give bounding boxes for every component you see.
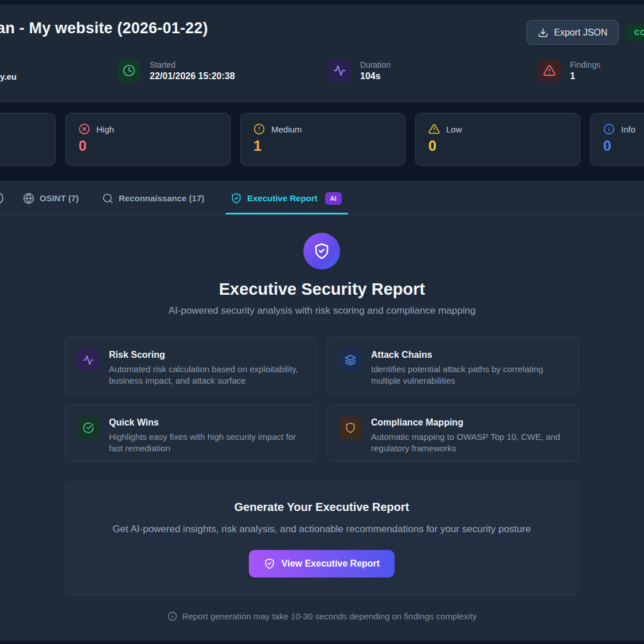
- stat-label: Duration: [360, 60, 391, 69]
- search-icon: [102, 193, 114, 204]
- layers-icon: [339, 349, 362, 372]
- feature-card-risk-scoring: Risk Scoring Automated risk calculation …: [65, 337, 317, 394]
- feature-description: Highlights easy fixes with high security…: [109, 431, 305, 454]
- shield-icon: [339, 416, 362, 439]
- cta-description: Get AI-powered insights, risk analysis, …: [112, 524, 530, 535]
- stat-label: Findings: [570, 60, 600, 69]
- shield-check-icon: [231, 193, 242, 204]
- activity-icon: [328, 59, 351, 82]
- feature-card-quick-wins: Quick Wins Highlights easy fixes with hi…: [65, 404, 317, 462]
- severity-card-low: Low 0: [415, 113, 580, 166]
- stat-value: 22/01/2026 15:20:38: [150, 71, 235, 81]
- ai-badge: AI: [325, 192, 342, 205]
- report-title: Executive Security Report: [0, 280, 644, 299]
- alert-circle-icon: [253, 123, 265, 135]
- severity-card-info: Info 0: [590, 113, 644, 166]
- globe-icon: [23, 193, 34, 204]
- tab-executive-report[interactable]: Executive Report AI: [231, 182, 342, 214]
- x-circle-icon: [79, 123, 90, 135]
- stat-value: 1: [570, 71, 600, 81]
- feature-description: Identifies potential attack paths by cor…: [371, 364, 567, 387]
- page-title: an - My website (2026-01-22): [0, 19, 208, 37]
- severity-count: 0: [603, 138, 644, 154]
- cutoff-tab-icon: [0, 192, 3, 204]
- tab-label: Reconnaissance (17): [119, 193, 204, 203]
- activity-icon: [77, 349, 100, 372]
- feature-title: Quick Wins: [109, 417, 305, 428]
- severity-count: 0: [428, 138, 567, 154]
- feature-description: Automatic mapping to OWASP Top 10, CWE, …: [371, 431, 567, 454]
- tab-osint[interactable]: OSINT (7): [23, 182, 79, 214]
- stat-started: Started 22/01/2026 15:20:38: [118, 59, 235, 82]
- alert-triangle-icon: [428, 123, 440, 135]
- tab-reconnaissance[interactable]: Reconnaissance (17): [102, 182, 204, 214]
- feature-description: Automated risk calculation based on expl…: [109, 364, 305, 387]
- footnote-text: Report generation may take 10-30 seconds…: [182, 611, 477, 621]
- severity-label: Info: [621, 124, 635, 134]
- status-badge: COMPLETED: [625, 24, 644, 41]
- severity-card-medium: Medium 1: [240, 113, 405, 166]
- report-subtitle: AI-powered security analysis with risk s…: [0, 305, 644, 317]
- stat-label: Started: [150, 60, 235, 69]
- cta-button-label: View Executive Report: [282, 559, 380, 569]
- tab-label: Executive Report: [247, 193, 318, 203]
- tab-label: OSINT (7): [40, 193, 79, 203]
- severity-label: Low: [446, 124, 462, 134]
- feature-card-attack-chains: Attack Chains Identifies potential attac…: [327, 337, 579, 394]
- shield-check-icon: [264, 558, 275, 569]
- feature-card-compliance-mapping: Compliance Mapping Automatic mapping to …: [327, 404, 579, 462]
- cta-title: Generate Your Executive Report: [235, 501, 409, 514]
- severity-card-high: High 0: [65, 113, 231, 166]
- stat-value: 104s: [360, 71, 391, 81]
- info-icon: [603, 123, 615, 135]
- alert-triangle-icon: [538, 59, 561, 82]
- tab-bar: OSINT (7) Reconnaissance (17) Executive …: [0, 182, 644, 214]
- severity-summary-row: High 0 Medium 1 Low 0: [0, 113, 644, 166]
- export-json-label: Export JSON: [554, 28, 607, 38]
- download-icon: [538, 28, 548, 38]
- feature-title: Risk Scoring: [109, 350, 305, 360]
- severity-card-partial: [0, 113, 56, 166]
- clock-icon: [118, 59, 140, 82]
- shield-check-icon: [303, 233, 340, 270]
- active-tab-indicator: [225, 213, 348, 214]
- severity-label: High: [96, 124, 114, 134]
- severity-label: Medium: [271, 124, 302, 134]
- export-json-button[interactable]: Export JSON: [526, 20, 619, 45]
- stat-duration: Duration 104s: [328, 59, 391, 82]
- check-circle-icon: [77, 416, 100, 439]
- severity-count: 1: [253, 138, 392, 154]
- feature-title: Compliance Mapping: [371, 417, 567, 428]
- info-icon: [167, 611, 177, 621]
- feature-title: Attack Chains: [371, 350, 567, 360]
- scan-header: an - My website (2026-01-22) Export JSON…: [0, 5, 644, 102]
- view-executive-report-button[interactable]: View Executive Report: [249, 550, 395, 577]
- generate-report-panel: Generate Your Executive Report Get AI-po…: [65, 481, 579, 596]
- target-host: y.eu: [0, 72, 17, 81]
- scan-report-page: an - My website (2026-01-22) Export JSON…: [0, 0, 644, 644]
- stat-findings: Findings 1: [538, 59, 600, 82]
- feature-grid: Risk Scoring Automated risk calculation …: [65, 337, 579, 462]
- severity-count: 0: [79, 138, 217, 154]
- report-footnote: Report generation may take 10-30 seconds…: [0, 611, 644, 621]
